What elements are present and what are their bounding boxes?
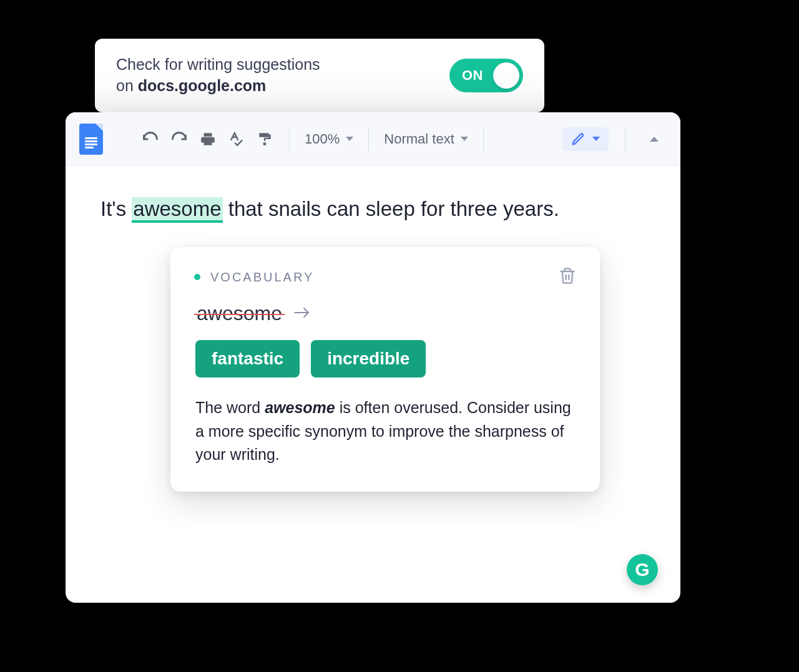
replacement-chip-row: fantastic incredible <box>194 340 576 377</box>
redo-button[interactable] <box>167 127 192 152</box>
toolbar-separator <box>289 127 290 152</box>
toggle-label: ON <box>462 67 483 84</box>
toolbar-separator <box>625 127 625 152</box>
paragraph-style-value: Normal text <box>384 131 454 147</box>
zoom-value: 100% <box>305 131 340 147</box>
category-dot-icon <box>194 274 200 280</box>
docs-icon-lines <box>85 137 97 149</box>
chevron-down-icon <box>461 137 468 141</box>
settings-text: Check for writing suggestions on docs.go… <box>116 54 320 97</box>
chevron-up-icon <box>650 137 659 142</box>
grammarly-glyph: G <box>635 559 649 580</box>
undo-icon <box>142 130 159 148</box>
paragraph-style-dropdown[interactable]: Normal text <box>380 131 471 147</box>
print-button[interactable] <box>195 127 220 152</box>
suggestion-header-left: VOCABULARY <box>194 270 314 285</box>
desc-word: awesome <box>265 399 335 416</box>
doc-text-prefix: It's <box>100 197 132 220</box>
original-word-row: awesome <box>194 302 576 325</box>
suggestion-header: VOCABULARY <box>194 267 576 287</box>
highlighted-word[interactable]: awesome <box>132 197 222 223</box>
zoom-dropdown[interactable]: 100% <box>301 131 357 147</box>
replacement-chip[interactable]: incredible <box>311 340 426 377</box>
paint-format-button[interactable] <box>253 127 278 152</box>
doc-text-suffix: that snails can sleep for three years. <box>223 197 559 220</box>
chevron-down-icon <box>592 137 600 141</box>
suggestions-toggle[interactable]: ON <box>449 59 523 92</box>
collapse-toolbar-button[interactable] <box>642 127 667 152</box>
toolbar-separator <box>368 127 369 152</box>
suggestion-card: VOCABULARY awesome fantastic incredible … <box>170 247 600 492</box>
document-body[interactable]: It's awesome that snails can sleep for t… <box>66 166 680 252</box>
suggestion-description: The word awesome is often overused. Cons… <box>194 396 576 467</box>
paint-roller-icon <box>257 131 273 147</box>
grammarly-button[interactable]: G <box>627 554 658 585</box>
suggestion-category: VOCABULARY <box>210 270 314 285</box>
desc-pre: The word <box>195 399 265 416</box>
original-word: awesome <box>197 302 282 325</box>
dismiss-button[interactable] <box>559 267 576 287</box>
settings-domain: docs.google.com <box>138 77 267 94</box>
document-line: It's awesome that snails can sleep for t… <box>100 195 645 223</box>
toggle-knob <box>493 62 519 89</box>
trash-icon <box>559 267 576 285</box>
docs-icon[interactable] <box>79 124 103 155</box>
chevron-down-icon <box>346 137 353 141</box>
toolbar-right <box>562 127 667 152</box>
editing-mode-dropdown[interactable] <box>562 127 609 151</box>
toolbar: 100% Normal text <box>66 112 680 166</box>
redo-icon <box>170 130 188 148</box>
spellcheck-button[interactable] <box>224 127 249 152</box>
print-icon <box>200 131 216 147</box>
extension-settings-card: Check for writing suggestions on docs.go… <box>95 39 544 112</box>
toolbar-separator <box>483 127 484 152</box>
pencil-icon <box>571 132 585 146</box>
spellcheck-icon <box>228 131 245 147</box>
settings-line1: Check for writing suggestions <box>116 56 320 73</box>
arrow-right-icon <box>293 306 311 321</box>
settings-line2-prefix: on <box>116 77 138 94</box>
replacement-chip[interactable]: fantastic <box>195 340 300 377</box>
undo-button[interactable] <box>138 127 163 152</box>
